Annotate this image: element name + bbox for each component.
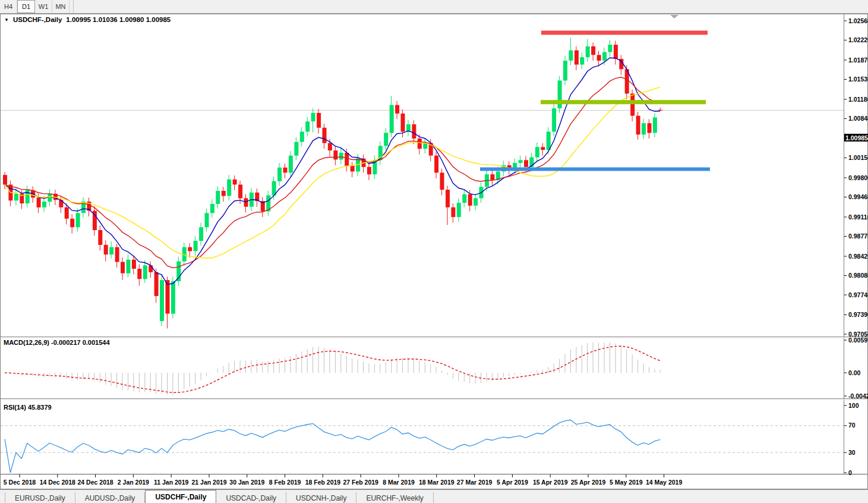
svg-text:30 Jan 2019: 30 Jan 2019 [229, 479, 264, 486]
svg-text:1.01530: 1.01530 [848, 76, 868, 83]
timeframe-button-h4[interactable]: H4 [0, 0, 17, 13]
svg-text:1.00840: 1.00840 [848, 115, 868, 122]
timeframe-button-d1[interactable]: D1 [17, 0, 35, 13]
tab-eurusd-daily[interactable]: EURUSD-,Daily [5, 492, 75, 503]
svg-text:1.00150: 1.00150 [848, 154, 868, 161]
svg-text:15 Apr 2019: 15 Apr 2019 [533, 479, 568, 486]
svg-text:25 Apr 2019: 25 Apr 2019 [571, 479, 606, 486]
svg-text:30: 30 [848, 449, 856, 456]
svg-text:18 Feb 2019: 18 Feb 2019 [305, 479, 341, 486]
tab-usdcad-daily[interactable]: USDCAD-,Daily [216, 492, 286, 503]
svg-text:1.02220: 1.02220 [848, 36, 868, 43]
svg-text:5 May 2019: 5 May 2019 [610, 479, 643, 486]
tab-usdcnh-daily[interactable]: USDCNH-,Daily [286, 492, 356, 503]
chart-window: 1.025601.022201.018701.015301.011801.008… [0, 14, 868, 489]
chart-title-bar: ▼ USDCHF-,Daily 1.00995 1.01036 1.00980 … [4, 16, 171, 23]
svg-text:0.00: 0.00 [848, 369, 861, 376]
svg-text:8 Mar 2019: 8 Mar 2019 [383, 479, 415, 486]
svg-text:70: 70 [848, 422, 856, 429]
svg-text:0.99800: 0.99800 [848, 174, 868, 181]
svg-text:0: 0 [848, 469, 852, 476]
svg-text:100: 100 [848, 402, 859, 409]
svg-text:14 Dec 2018: 14 Dec 2018 [40, 479, 75, 486]
terminal-window: H4D1W1MN 1.025601.022201.018701.015301.0… [0, 0, 868, 503]
svg-text:0.99110: 0.99110 [848, 213, 868, 221]
svg-text:-0.00424: -0.00424 [848, 392, 868, 400]
chart-tabs-bar: EURUSD-,DailyAUDUSD-,DailyUSDCHF-,DailyU… [0, 489, 868, 503]
svg-text:0.98420: 0.98420 [848, 253, 868, 260]
tab-audusd-daily[interactable]: AUDUSD-,Daily [75, 492, 146, 503]
svg-text:0.97740: 0.97740 [848, 291, 868, 298]
tab-eurchf-weekly[interactable]: EURCHF-,Weekly [356, 492, 433, 503]
svg-text:1.02560: 1.02560 [848, 17, 868, 24]
svg-text:11 Jan 2019: 11 Jan 2019 [154, 479, 189, 486]
svg-text:27 Mar 2019: 27 Mar 2019 [457, 479, 493, 486]
timeframe-button-w1[interactable]: W1 [35, 0, 52, 13]
svg-text:0.99460: 0.99460 [848, 193, 868, 200]
svg-text:24 Dec 2018: 24 Dec 2018 [78, 479, 113, 486]
svg-text:5 Dec 2018: 5 Dec 2018 [4, 479, 36, 486]
svg-text:2 Jan 2019: 2 Jan 2019 [118, 479, 149, 486]
chart-canvas[interactable]: 1.025601.022201.018701.015301.011801.008… [0, 14, 868, 489]
svg-text:1.01870: 1.01870 [848, 56, 868, 64]
tabbar-left-notch [0, 492, 5, 503]
collapse-arrow-icon[interactable]: ▼ [4, 17, 9, 23]
timeframe-button-mn[interactable]: MN [52, 0, 70, 13]
svg-text:0.00597: 0.00597 [848, 337, 868, 344]
svg-text:0.98080: 0.98080 [848, 272, 868, 279]
rsi-indicator-label: RSI(14) 45.8379 [4, 404, 52, 411]
tab-usdchf-daily[interactable]: USDCHF-,Daily [145, 490, 216, 503]
svg-text:27 Feb 2019: 27 Feb 2019 [343, 479, 378, 486]
svg-text:0.97390: 0.97390 [848, 311, 868, 318]
svg-text:5 Apr 2019: 5 Apr 2019 [497, 479, 528, 486]
svg-text:0.98770: 0.98770 [848, 232, 868, 240]
svg-text:18 Mar 2019: 18 Mar 2019 [419, 479, 454, 486]
toolbar-separator [70, 0, 74, 13]
timeframe-toolbar: H4D1W1MN [0, 0, 868, 14]
macd-indicator-label: MACD(12,26,9) -0.000217 0.001544 [4, 339, 110, 346]
svg-text:8 Feb 2019: 8 Feb 2019 [269, 479, 301, 486]
chart-symbol-label: USDCHF-,Daily [13, 16, 62, 23]
svg-text:1.01180: 1.01180 [848, 96, 868, 103]
svg-text:21 Jan 2019: 21 Jan 2019 [192, 479, 227, 486]
current-price-tag: 1.00985 [844, 134, 868, 142]
svg-text:14 May 2019: 14 May 2019 [646, 479, 682, 486]
chart-ohlc-values: 1.00995 1.01036 1.00980 1.00985 [66, 16, 171, 23]
